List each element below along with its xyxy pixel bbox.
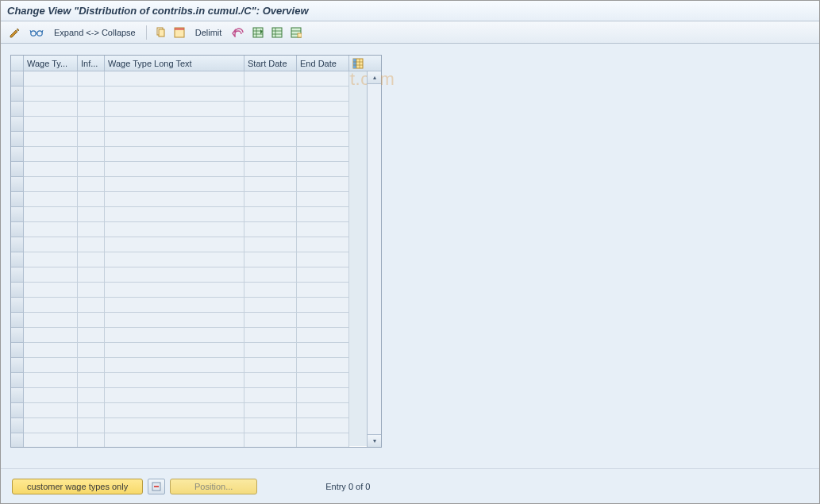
table-cell[interactable] [105, 343, 244, 358]
row-selector-cell[interactable] [11, 267, 24, 283]
table-cell[interactable] [105, 252, 244, 267]
table-row[interactable] [11, 87, 367, 102]
table-cell[interactable] [244, 358, 297, 373]
table-row[interactable] [11, 403, 367, 418]
table-cell[interactable] [105, 358, 244, 373]
table-cell[interactable] [105, 87, 244, 102]
table-cell[interactable] [24, 433, 78, 447]
row-selector-cell[interactable] [11, 177, 24, 192]
table-cell[interactable] [78, 222, 105, 237]
table-cell[interactable] [244, 102, 297, 117]
table-cell[interactable] [78, 71, 105, 87]
table-cell[interactable] [78, 358, 105, 373]
table-cell[interactable] [244, 237, 297, 252]
table-cell[interactable] [297, 117, 349, 132]
table-cell[interactable] [78, 328, 105, 343]
table-deselect-icon[interactable] [268, 25, 286, 40]
table-cell[interactable] [244, 252, 297, 267]
table-row[interactable] [11, 71, 367, 87]
table-cell[interactable] [78, 237, 105, 252]
table-cell[interactable] [297, 267, 349, 283]
table-row[interactable] [11, 283, 367, 298]
table-cell[interactable] [24, 343, 78, 358]
table-cell[interactable] [24, 162, 78, 177]
table-cell[interactable] [78, 343, 105, 358]
table-cell[interactable] [105, 388, 244, 403]
table-row[interactable] [11, 222, 367, 237]
table-cell[interactable] [78, 418, 105, 433]
table-cell[interactable] [297, 403, 349, 418]
table-cell[interactable] [105, 313, 244, 328]
table-cell[interactable] [297, 252, 349, 267]
table-cell[interactable] [244, 418, 297, 433]
change-icon[interactable] [6, 25, 25, 40]
undo-icon[interactable] [229, 25, 248, 40]
table-cell[interactable] [244, 87, 297, 102]
table-row[interactable] [11, 388, 367, 403]
table-cell[interactable] [78, 267, 105, 283]
table-cell[interactable] [105, 267, 244, 283]
table-cell[interactable] [24, 102, 78, 117]
table-cell[interactable] [78, 117, 105, 132]
table-cell[interactable] [24, 207, 78, 222]
row-selector-cell[interactable] [11, 222, 24, 237]
table-cell[interactable] [244, 207, 297, 222]
row-selector-cell[interactable] [11, 162, 24, 177]
table-cell[interactable] [24, 87, 78, 102]
table-cell[interactable] [297, 358, 349, 373]
table-cell[interactable] [105, 162, 244, 177]
table-cell[interactable] [78, 207, 105, 222]
row-selector-cell[interactable] [11, 373, 24, 388]
table-cell[interactable] [78, 313, 105, 328]
table-cell[interactable] [24, 71, 78, 87]
row-selector-cell[interactable] [11, 358, 24, 373]
table-cell[interactable] [78, 283, 105, 298]
scroll-up-icon[interactable]: ▴ [368, 71, 381, 84]
table-cell[interactable] [297, 328, 349, 343]
table-cell[interactable] [244, 177, 297, 192]
table-cell[interactable] [78, 433, 105, 447]
table-config-icon[interactable] [287, 25, 305, 40]
table-cell[interactable] [78, 192, 105, 207]
row-selector-cell[interactable] [11, 252, 24, 267]
table-row[interactable] [11, 162, 367, 177]
table-cell[interactable] [24, 403, 78, 418]
table-cell[interactable] [105, 283, 244, 298]
table-cell[interactable] [24, 147, 78, 162]
row-selector-cell[interactable] [11, 132, 24, 147]
table-cell[interactable] [244, 162, 297, 177]
table-cell[interactable] [24, 237, 78, 252]
table-cell[interactable] [244, 298, 297, 313]
table-cell[interactable] [244, 403, 297, 418]
table-cell[interactable] [105, 71, 244, 87]
row-selector-cell[interactable] [11, 147, 24, 162]
table-cell[interactable] [105, 403, 244, 418]
delimit-button[interactable]: Delimit [190, 25, 228, 40]
row-selector-cell[interactable] [11, 403, 24, 418]
table-row[interactable] [11, 102, 367, 117]
scroll-down-icon[interactable]: ▾ [368, 434, 381, 447]
select-all-icon[interactable] [171, 25, 188, 40]
table-cell[interactable] [244, 71, 297, 87]
table-cell[interactable] [78, 298, 105, 313]
table-cell[interactable] [297, 207, 349, 222]
row-selector-cell[interactable] [11, 192, 24, 207]
table-cell[interactable] [105, 207, 244, 222]
table-cell[interactable] [297, 433, 349, 447]
table-cell[interactable] [297, 298, 349, 313]
table-row[interactable] [11, 267, 367, 283]
table-cell[interactable] [24, 222, 78, 237]
table-row[interactable] [11, 373, 367, 388]
table-cell[interactable] [297, 132, 349, 147]
table-cell[interactable] [105, 328, 244, 343]
table-row[interactable] [11, 252, 367, 267]
table-cell[interactable] [244, 117, 297, 132]
table-cell[interactable] [105, 237, 244, 252]
table-cell[interactable] [244, 147, 297, 162]
table-cell[interactable] [24, 267, 78, 283]
table-cell[interactable] [105, 373, 244, 388]
table-cell[interactable] [24, 177, 78, 192]
table-cell[interactable] [244, 132, 297, 147]
table-cell[interactable] [24, 328, 78, 343]
table-cell[interactable] [24, 388, 78, 403]
